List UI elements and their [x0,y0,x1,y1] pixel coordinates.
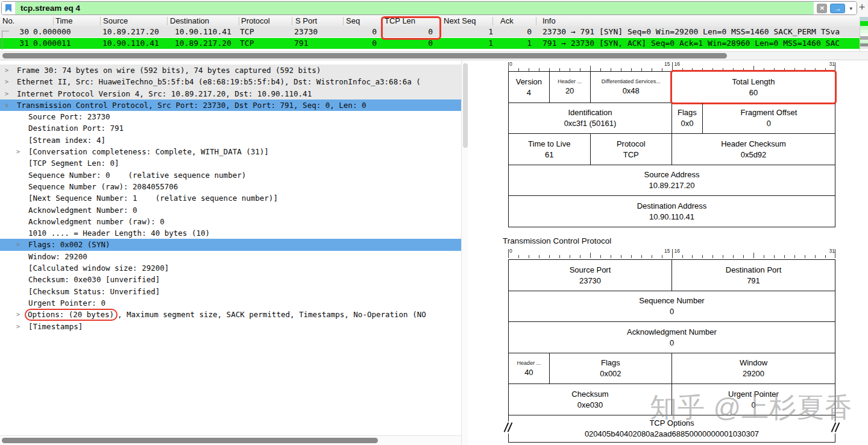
column-header-s-port[interactable]: S Port [295,16,317,27]
column-divider[interactable] [441,17,441,25]
apply-filter-button[interactable]: → [830,4,845,13]
field-identification[interactable]: Identification0xc3f1 (50161) [509,103,672,134]
packet-list-hscrollbar-thumb[interactable] [2,53,727,58]
detail-tree-row[interactable]: Urgent Pointer: 0 [0,297,461,309]
detail-tree-row[interactable]: >[Conversation completeness: Complete, W… [0,146,461,157]
options-annotation: Options: (20 bytes) [25,309,118,321]
field-differentiated-services[interactable]: Differentiated Services...0x48 [591,72,673,103]
column-header-source[interactable]: Source [103,16,128,27]
column-divider[interactable] [492,17,493,25]
field-version[interactable]: Version4 [509,72,550,103]
ruler-label: 31 [829,248,835,254]
detail-tree-row[interactable]: 1010 .... = Header Length: 40 bytes (10) [0,227,461,239]
field-total-length[interactable]: Total Length60 [672,72,835,103]
column-header-destination[interactable]: Destination [170,16,209,27]
column-divider[interactable] [536,17,536,25]
field-acknowledgment-number[interactable]: Acknowledgment Number0 [509,322,835,353]
detail-tree-row[interactable]: [Next Sequence Number: 1 (relative seque… [0,192,461,204]
column-divider[interactable] [381,17,382,25]
column-header-tcp-len[interactable]: TCP Len [385,16,415,27]
field-label: Protocol [617,139,646,148]
column-divider[interactable] [167,17,168,25]
packet-cell: 0.000000 [33,27,75,37]
column-divider[interactable] [343,17,344,25]
column-divider[interactable] [239,17,239,25]
field-sequence-number[interactable]: Sequence Number0 [509,291,835,323]
detail-tree-row[interactable]: Sequence Number (raw): 2084055706 [0,181,461,192]
packet-cell: 10.90.110.41 [175,27,238,37]
column-header-next-seq[interactable]: Next Seq [444,16,476,27]
packet-row[interactable]: 300.00000010.89.217.2010.90.110.41TCP237… [0,27,860,37]
column-header-seq[interactable]: Seq [346,16,360,27]
detail-tree-row[interactable]: >Flags: 0x002 (SYN) [0,239,461,250]
column-header-time[interactable]: Time [55,16,72,27]
column-header-info[interactable]: Info [542,16,556,27]
ruler-tick [580,255,580,258]
column-divider[interactable] [292,17,292,25]
display-filter-field[interactable]: tcp.stream eq 4 ✕ → ▾ [1,1,857,15]
chevron-right-icon[interactable]: > [5,65,8,76]
field-header[interactable]: Header ...40 [509,353,550,385]
field-label: Identification [568,108,612,117]
field-header[interactable]: Header ...20 [550,72,591,103]
detail-tree-row[interactable]: ∨Transmission Control Protocol, Src Port… [0,99,461,111]
detail-tree-row[interactable]: Source Port: 23730 [0,111,461,122]
field-destination-port[interactable]: Destination Port791 [672,260,835,291]
ruler-tick [590,253,591,258]
packet-row[interactable]: 310.00001110.90.110.4110.89.217.20TCP791… [0,38,860,49]
field-protocol[interactable]: ProtocolTCP [591,134,673,165]
field-flags[interactable]: Flags0x002 [550,353,672,385]
field-tcp-options[interactable]: TCP Options020405b40402080a2aad688500000… [509,415,835,443]
filter-input[interactable]: tcp.stream eq 4 [16,2,814,14]
field-checksum[interactable]: Checksum0xe030 [509,384,672,415]
field-window[interactable]: Window29200 [672,353,835,385]
field-flags[interactable]: Flags0x0 [672,103,703,134]
chevron-right-icon[interactable]: > [5,88,8,99]
column-header-ack[interactable]: Ack [500,16,514,27]
ruler-label: 15 [664,61,670,67]
detail-tree-row[interactable]: >Internet Protocol Version 4, Src: 10.89… [0,88,461,99]
add-filter-button[interactable]: + [857,1,867,14]
column-header-no-[interactable]: No. [2,16,14,27]
detail-tree-row[interactable]: Sequence Number: 0 (relative sequence nu… [0,169,461,181]
packet-list-minimap-scrollbar[interactable] [860,17,868,52]
field-source-address[interactable]: Source Address10.89.217.20 [509,165,835,197]
chevron-right-icon[interactable]: > [16,239,20,250]
detail-tree-row[interactable]: [Checksum Status: Unverified] [0,286,461,297]
chevron-right-icon[interactable]: > [5,76,8,87]
chevron-right-icon[interactable]: > [16,146,20,157]
detail-tree-row[interactable]: >[Timestamps] [0,321,461,332]
field-value: 0xe030 [577,400,603,409]
column-divider[interactable] [53,17,54,25]
detail-tree-row[interactable]: [Calculated window size: 29200] [0,262,461,274]
column-header-protocol[interactable]: Protocol [241,16,270,27]
detail-tree-row[interactable]: Destination Port: 791 [0,122,461,134]
field-fragment-offset[interactable]: Fragment Offset0 [703,103,835,134]
field-header-checksum[interactable]: Header Checksum0x5d92 [672,134,835,165]
detail-tree-row[interactable]: [Stream index: 4] [0,134,461,146]
filter-expander-chevron-icon[interactable]: ▾ [848,5,854,11]
detail-tree-row[interactable]: Checksum: 0xe030 [unverified] [0,274,461,285]
field-source-port[interactable]: Source Port23730 [509,260,672,291]
field-value: 10.90.110.41 [649,212,694,221]
detail-tree-row[interactable]: Window: 29200 [0,251,461,262]
field-urgent-pointer[interactable]: Urgent Pointer0 [672,384,835,415]
detail-tree-row[interactable]: Acknowledgment Number: 0 [0,204,461,216]
ruler-tick [764,255,764,258]
detail-tree-row[interactable]: Acknowledgment number (raw): 0 [0,216,461,227]
chevron-down-icon[interactable]: ∨ [5,99,8,111]
filter-bookmark-button[interactable] [2,2,16,14]
detail-tree-row[interactable]: >Frame 30: 74 bytes on wire (592 bits), … [0,65,461,76]
detail-vscrollbar-thumb[interactable] [463,63,468,148]
clear-filter-button[interactable]: ✕ [817,4,827,13]
detail-hscrollbar-thumb[interactable] [2,438,378,443]
detail-tree-row[interactable]: >Options: (20 bytes), Maximum segment si… [0,309,461,320]
field-destination-address[interactable]: Destination Address10.90.110.41 [509,196,835,227]
field-time-to-live[interactable]: Time to Live61 [509,134,591,165]
ruler-tick [682,255,683,258]
chevron-right-icon[interactable]: > [16,309,20,320]
detail-tree-row[interactable]: >Ethernet II, Src: HuaweiTechno_b5:5f:b4… [0,76,461,87]
column-divider[interactable] [100,17,101,25]
detail-tree-row[interactable]: [TCP Segment Len: 0] [0,157,461,169]
chevron-right-icon[interactable]: > [16,321,20,332]
